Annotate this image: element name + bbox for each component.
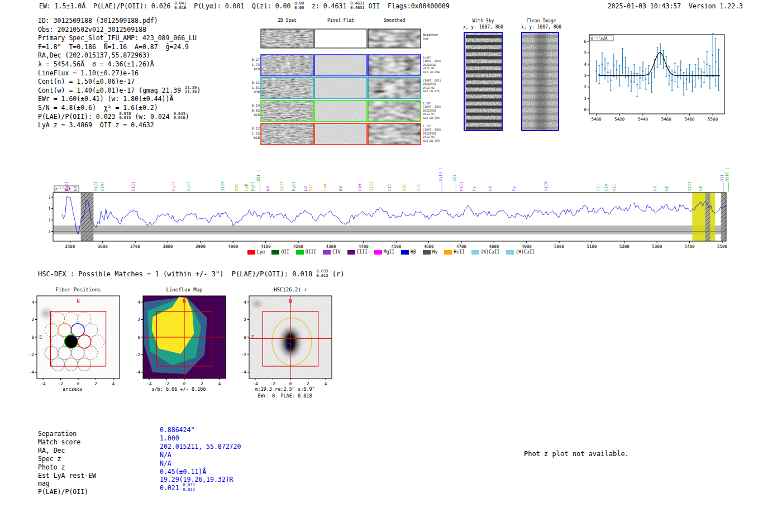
match-label: Est LyA rest-EW [38,472,160,480]
svg-text:N: N [289,299,292,304]
svg-text:-4: -4 [253,381,259,386]
text-segment: OII Flags:0x00400009 [365,2,450,10]
svg-text:4: 4 [31,300,34,305]
match-value: N/A [160,459,171,467]
svg-text:Lyβ: Lyβ [244,184,249,191]
svg-text:5400: 5400 [591,117,602,122]
svg-text:NV: NV [304,186,308,191]
legend-item: CIV [323,250,340,255]
svg-text:4000: 4000 [228,244,239,249]
svg-text:4500: 4500 [391,244,402,249]
legend-swatch [271,250,279,255]
match-table-row: Photo zN/A [38,463,241,472]
svg-text:038: 038 [254,90,260,94]
legend-swatch [296,250,304,255]
match-value: 202.015211, 55.872720 [160,443,241,450]
info-line: F=1.8" T=0.186 N̄=1.16 A=0.87 ḡ=24.9 [38,43,201,52]
svg-text:0: 0 [244,335,246,340]
svg-text:-4: -4 [41,381,46,386]
clean-image [521,32,559,131]
svg-text:MgII: MgII [187,181,191,191]
legend-item: MgII [374,250,394,255]
svg-text:0: 0 [137,335,140,340]
svg-text:Lyα: Lyα [323,184,327,191]
svg-text:CII: CII [388,184,392,191]
svg-text:0: 0 [49,229,50,234]
stacked-uncertainty: 0.0330.013 [183,483,195,492]
svg-text:4400: 4400 [359,244,369,249]
legend-label: Hβ [411,250,416,255]
svg-text:423_LU_075: 423_LU_075 [423,89,440,93]
info-line: EWr = 1.60(±0.41) (w: 1.80(±0.44))Å [38,95,201,104]
svg-text:4800: 4800 [489,244,499,249]
svg-text:4300: 4300 [326,244,336,249]
legend-swatch [506,250,514,255]
svg-text:MgII: MgII [65,181,69,191]
svg-text:6: 6 [49,195,50,200]
svg-text:2: 2 [137,317,140,322]
svg-text:5400: 5400 [685,244,695,249]
text-segment: ) [185,113,189,121]
withsky-coords: x, y: 1007, 860 [458,25,508,30]
svg-text:0.14: 0.14 [252,103,260,107]
svg-text:4: 4 [218,381,221,386]
svg-text:E: E [145,334,148,340]
catalog-match-table: Separation0.886424"Match score1.000RA, D… [38,430,241,496]
svg-text:3800: 3800 [163,244,173,249]
svg-text:4: 4 [49,206,50,211]
fiber-positions-plot: -4-4-2-2002244Fiber PositionsNE [22,285,123,386]
info-line: Obs: 20210502v012_3012509188 [38,26,201,35]
svg-text:423_LU_093: 423_LU_093 [423,139,440,143]
legend-label: Lyα [257,250,265,255]
svg-text:0: 0 [584,107,586,112]
text-segment: EW: 1.5±1.0Å [39,2,93,10]
match-label: Match score [38,438,160,447]
svg-text:2: 2 [94,381,97,386]
svg-text:E: E [39,334,42,340]
svg-text:0.66": 0.66" [423,56,431,59]
text-segment: Cont(n) = 1.50(±0.06)e-17 [38,78,135,85]
match-value: N/A [160,451,171,459]
legend-item: OIII [296,250,316,255]
legend-swatch [471,250,479,255]
svg-text:CIII: CIII [131,181,136,191]
svg-text:1.39": 1.39" [423,102,431,105]
svg-text:5460: 5460 [661,117,672,122]
stacked-uncertainty: 0.000.00 [294,2,304,10]
match-table-row: Separation0.886424" [38,430,241,438]
svg-text:Hδ: Hδ [488,186,493,191]
match-value: 0.886424" [160,426,194,434]
svg-text:3: 3 [584,73,586,78]
svg-text:SiIV: SiIV [221,181,225,191]
svg-text:019: 019 [254,67,260,71]
fiber-caption: arcsecs [22,386,123,392]
info-line: Cont(w) = 1.40(±0.01)e-17 (gmag 21.39 21… [38,87,201,95]
svg-text:1.65: 1.65 [252,131,260,135]
legend-swatch [423,250,431,255]
svg-text:SiII: SiII [369,181,374,191]
spectrum-line-legend: LyαOIIOIIICIVCIIIMgIIHβHγHeII(K)CaII(H)C… [53,250,729,255]
full-spectrum-plot: 3500360037003800390040004100420043004400… [49,151,733,250]
svg-text:4900: 4900 [522,244,532,249]
legend-swatch [374,250,382,255]
svg-text:5000: 5000 [554,244,565,249]
svg-text:5420: 5420 [614,117,625,122]
svg-text:OII: OII [309,184,313,191]
clean-image-title: Clean Image [517,18,566,24]
stacked-uncertainty: 0.0430.016 [174,112,185,121]
svg-text:OVI: OVI [402,184,407,191]
match-label: Photo z [38,463,160,472]
svg-text:1.31: 1.31 [252,85,260,89]
svg-text:1.15": 1.15" [423,124,431,128]
svg-text:N: N [77,299,79,304]
photz-note: Phot z plot not available. [524,450,629,458]
svg-text:N: N [183,299,185,304]
svg-text:3700: 3700 [130,244,141,249]
svg-text:(1003, 681): (1003, 681) [423,79,441,82]
spec2d-cutout-grid: WeightedSum0.271.730190.66"(1007, 860)20… [247,23,446,147]
svg-text:4: 4 [137,300,140,305]
info-line: Cont(n) = 1.50(±0.06)e-17 [38,78,201,87]
svg-text:NV: NV [73,186,78,191]
svg-text:Sum: Sum [423,37,429,40]
legend-item: OII [271,250,289,255]
